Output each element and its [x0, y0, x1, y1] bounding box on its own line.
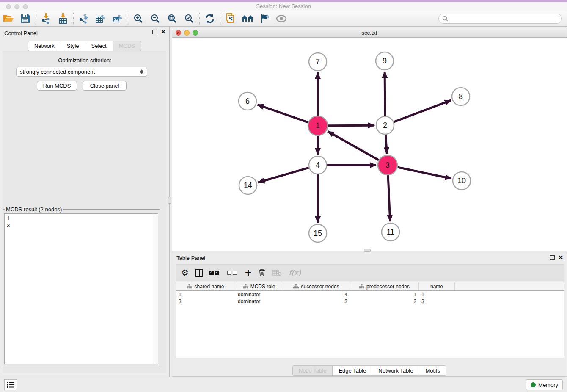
optimization-criterion-select[interactable]: strongly connected component: [16, 67, 147, 77]
gear-icon[interactable]: ⚙: [181, 267, 189, 278]
zoom-selected-icon[interactable]: [181, 12, 198, 25]
hide-details-icon[interactable]: [256, 12, 273, 25]
import-network-icon[interactable]: [38, 12, 55, 25]
titlebar-accent-strip: [0, 0, 567, 2]
table-panel-title: Table Panel: [176, 255, 205, 261]
memory-button[interactable]: Memory: [526, 379, 563, 390]
deselect-checks-icon[interactable]: [227, 267, 238, 278]
edge-1-6[interactable]: [258, 105, 308, 122]
cell-shared-name[interactable]: 1: [176, 291, 235, 298]
node-label-15: 15: [314, 229, 322, 237]
search-input[interactable]: [448, 14, 561, 23]
column-header-name[interactable]: name: [419, 282, 455, 290]
tab-motifs[interactable]: Motifs: [419, 365, 446, 376]
float-panel-icon[interactable]: [152, 30, 157, 34]
table-row[interactable]: 3dominator323: [176, 298, 564, 305]
node-label-10: 10: [457, 177, 466, 185]
column-header-predecessor-nodes[interactable]: predecessor nodes: [350, 282, 419, 290]
cell-predecessor-nodes[interactable]: 2: [350, 298, 419, 305]
trash-icon[interactable]: [258, 267, 266, 278]
cell-predecessor-nodes[interactable]: 1: [350, 291, 419, 298]
save-icon[interactable]: [17, 12, 34, 25]
node-label-8: 8: [459, 92, 463, 101]
cell-MCDS-role[interactable]: dominator: [235, 298, 283, 305]
home-network-icon[interactable]: [239, 12, 256, 25]
table-toolbar: ⚙ + f(x): [176, 264, 564, 281]
edge-3-1[interactable]: [328, 131, 379, 160]
edge-2-8[interactable]: [394, 100, 451, 122]
export-table-icon[interactable]: [92, 12, 109, 25]
column-header-shared-name[interactable]: shared name: [176, 282, 235, 290]
tab-network-table[interactable]: Network Table: [372, 365, 419, 376]
view-splitter-handle[interactable]: [364, 249, 371, 252]
edge-2-3[interactable]: [385, 135, 387, 154]
panel-splitter-handle[interactable]: [168, 197, 171, 204]
toolbar-separator: [220, 13, 220, 25]
cell-name[interactable]: 3: [419, 298, 455, 305]
cell-successor-nodes[interactable]: 4: [283, 291, 350, 298]
optimization-criterion-label: Optimization criterion:: [0, 57, 169, 63]
zoom-fit-icon[interactable]: [164, 12, 181, 25]
control-panel-tabs: NetworkStyleSelectMCDS: [0, 41, 169, 51]
node-label-6: 6: [245, 97, 250, 105]
column-selector-icon[interactable]: [195, 267, 203, 278]
tab-edge-table[interactable]: Edge Table: [332, 365, 372, 376]
status-bar: Memory: [0, 377, 567, 392]
result-item[interactable]: 1: [7, 215, 156, 222]
cell-MCDS-role[interactable]: dominator: [235, 291, 283, 298]
tab-network[interactable]: Network: [28, 41, 61, 51]
select-all-checks-icon[interactable]: [209, 267, 220, 278]
edge-3-11[interactable]: [388, 175, 390, 221]
zoom-in-icon[interactable]: [130, 12, 147, 25]
search-box[interactable]: [438, 14, 562, 24]
table-panel: Table Panel ✕ ⚙ + f(x) shared nameMCDS r…: [172, 252, 567, 377]
zoom-out-icon[interactable]: [147, 12, 164, 25]
result-scrollbar[interactable]: [153, 214, 158, 364]
mcds-result-list[interactable]: 13: [4, 213, 158, 364]
column-header-successor-nodes[interactable]: successor nodes: [283, 282, 350, 290]
tab-node-table[interactable]: Node Table: [292, 365, 333, 376]
function-fx-icon: f(x): [289, 267, 301, 278]
edge-3-10[interactable]: [397, 167, 451, 179]
float-table-panel-icon[interactable]: [550, 255, 555, 260]
node-table[interactable]: shared nameMCDS rolesuccessor nodesprede…: [176, 282, 564, 358]
refresh-icon[interactable]: [201, 12, 218, 25]
control-panel-title: Control Panel: [4, 30, 38, 36]
import-table-icon[interactable]: [55, 12, 72, 25]
cell-successor-nodes[interactable]: 3: [283, 298, 350, 305]
column-header-MCDS-role[interactable]: MCDS role: [235, 282, 283, 290]
node-label-11: 11: [387, 228, 395, 236]
network-graph-canvas[interactable]: 7968124314101511: [172, 38, 567, 251]
tab-mcds[interactable]: MCDS: [113, 41, 141, 51]
export-image-icon[interactable]: [109, 12, 126, 25]
network-window-titlebar[interactable]: ✕ − + scc.txt: [172, 28, 567, 38]
close-panel-icon[interactable]: ✕: [161, 29, 166, 34]
run-mcds-button[interactable]: Run MCDS: [37, 81, 77, 91]
edge-2-9[interactable]: [385, 72, 385, 116]
toolbar-separator: [199, 13, 200, 25]
mcds-result-group: MCDS result (2 nodes) 13: [3, 206, 160, 366]
result-item[interactable]: 3: [7, 222, 156, 229]
close-table-panel-icon[interactable]: ✕: [558, 255, 563, 260]
cell-name[interactable]: 1: [419, 291, 455, 298]
eye-icon[interactable]: [273, 12, 290, 25]
table-header-row: shared nameMCDS rolesuccessor nodesprede…: [176, 282, 564, 291]
close-panel-button[interactable]: Close panel: [83, 81, 127, 91]
tab-style[interactable]: Style: [61, 41, 85, 51]
cell-shared-name[interactable]: 3: [176, 298, 235, 305]
clone-network-icon[interactable]: [222, 12, 239, 25]
control-panel: Control Panel ✕ NetworkStyleSelectMCDS O…: [0, 27, 170, 377]
export-network-icon[interactable]: [75, 12, 92, 25]
edge-1-2[interactable]: [328, 125, 374, 126]
session-title: Session: New Session: [0, 3, 567, 9]
tab-select[interactable]: Select: [85, 41, 113, 51]
table-row[interactable]: 1dominator411: [176, 291, 564, 298]
task-history-button[interactable]: [4, 379, 17, 390]
edge-4-14[interactable]: [258, 168, 309, 182]
node-label-4: 4: [316, 161, 320, 169]
add-icon[interactable]: +: [245, 267, 251, 278]
list-icon: [7, 382, 14, 388]
toolbar-separator: [128, 13, 128, 25]
open-folder-icon[interactable]: [0, 12, 17, 25]
network-title: scc.txt: [172, 30, 567, 36]
